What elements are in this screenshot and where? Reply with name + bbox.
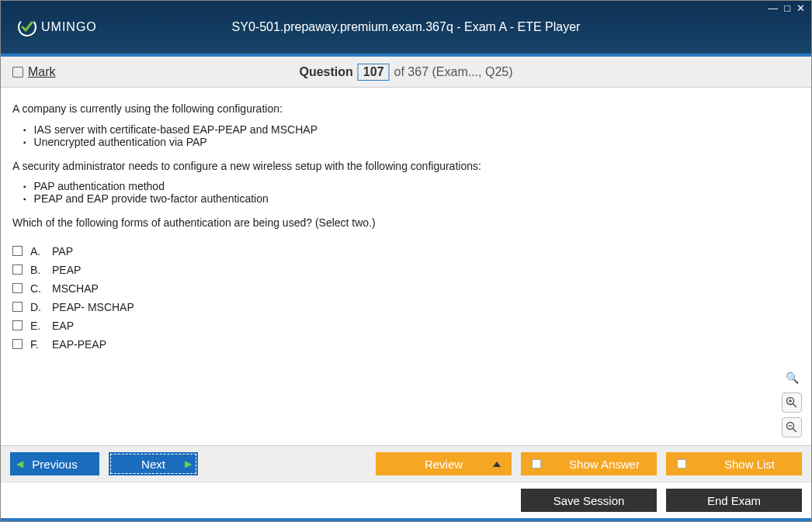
bullet: Unencrypted authentication via PAP	[23, 136, 800, 148]
answer-letter: B.	[30, 264, 44, 276]
end-exam-button[interactable]: End Exam	[666, 489, 802, 512]
page-title: SY0-501.prepaway.premium.exam.367q - Exa…	[232, 20, 581, 34]
button-label: Show List	[697, 458, 802, 471]
previous-button[interactable]: ◀Previous	[10, 452, 99, 475]
header: UMINGO SY0-501.prepaway.premium.exam.367…	[1, 1, 811, 54]
search-icon[interactable]: 🔍	[782, 368, 802, 388]
triangle-up-icon	[493, 462, 501, 467]
button-label: Show Answer	[552, 458, 657, 471]
bullet-list-1: IAS server with certificate-based EAP-PE…	[23, 123, 800, 148]
mark-label[interactable]: Mark	[28, 65, 56, 79]
logo-text: UMINGO	[41, 20, 97, 34]
answer-text: PEAP	[52, 264, 81, 276]
para-1: A company is currently using the followi…	[12, 102, 800, 117]
chevron-right-icon: ▶	[185, 458, 192, 469]
bullet: PEAP and EAP provide two-factor authenti…	[23, 192, 800, 205]
para-2: A security administrator needs to config…	[12, 159, 800, 175]
answer-letter: C.	[30, 282, 44, 295]
answer-option[interactable]: B.PEAP	[12, 261, 800, 279]
answer-option[interactable]: E.EAP	[12, 316, 800, 335]
show-list-button[interactable]: Show List	[666, 452, 802, 475]
show-list-checkbox[interactable]	[677, 459, 686, 468]
bullet: PAP authentication method	[23, 180, 800, 192]
zoom-in-icon[interactable]	[782, 392, 802, 413]
button-label: Previous	[32, 458, 77, 471]
answers: A.PAP B.PEAP C.MSCHAP D.PEAP- MSCHAP E.E…	[12, 242, 800, 354]
divider	[1, 518, 811, 521]
question-bar: Mark Question 107 of 367 (Exam..., Q25)	[1, 57, 811, 88]
question-total: of 367 (Exam..., Q25)	[394, 65, 513, 79]
svg-line-6	[793, 429, 797, 433]
zoom-out-icon[interactable]	[782, 417, 802, 437]
minimize-icon[interactable]: —	[766, 2, 779, 14]
next-button[interactable]: Next▶	[109, 452, 198, 475]
answer-checkbox[interactable]	[12, 264, 23, 275]
answer-text: MSCHAP	[52, 282, 99, 295]
bullet: IAS server with certificate-based EAP-PE…	[23, 123, 800, 136]
logo: UMINGO	[16, 16, 97, 38]
button-label: Review	[425, 458, 463, 471]
mark-toggle[interactable]: Mark	[12, 65, 56, 79]
button-label: End Exam	[707, 494, 761, 507]
close-icon[interactable]: ✕	[795, 2, 807, 14]
answer-checkbox[interactable]	[12, 302, 23, 312]
answer-text: PEAP- MSCHAP	[52, 301, 134, 313]
zoom-tools: 🔍	[782, 368, 802, 437]
bullet-list-2: PAP authentication method PEAP and EAP p…	[23, 180, 800, 205]
button-label: Save Session	[553, 494, 625, 507]
show-answer-checkbox[interactable]	[532, 459, 541, 468]
answer-checkbox[interactable]	[12, 339, 23, 349]
question-number: 107	[358, 64, 390, 81]
answer-checkbox[interactable]	[12, 283, 23, 293]
mark-checkbox[interactable]	[12, 67, 23, 78]
show-answer-button[interactable]: Show Answer	[521, 452, 657, 475]
toolbar-primary: ◀Previous Next▶ Review Show Answer Show …	[1, 445, 811, 482]
answer-text: EAP	[52, 320, 74, 332]
answer-letter: F.	[30, 338, 44, 351]
content-area: A company is currently using the followi…	[1, 88, 811, 445]
answer-letter: E.	[30, 320, 44, 332]
question-indicator: Question 107 of 367 (Exam..., Q25)	[300, 64, 513, 81]
answer-option[interactable]: D.PEAP- MSCHAP	[12, 298, 800, 316]
save-session-button[interactable]: Save Session	[521, 489, 657, 512]
review-button[interactable]: Review	[376, 452, 512, 475]
toolbar-secondary: Save Session End Exam	[1, 482, 811, 518]
question-word: Question	[300, 65, 353, 79]
answer-checkbox[interactable]	[12, 246, 23, 256]
answer-option[interactable]: C.MSCHAP	[12, 279, 800, 298]
chevron-left-icon: ◀	[16, 458, 23, 469]
answer-letter: A.	[30, 245, 44, 258]
answer-option[interactable]: F.EAP-PEAP	[12, 335, 800, 354]
logo-icon	[16, 16, 38, 38]
svg-line-2	[793, 404, 797, 408]
window-controls: — □ ✕	[766, 2, 807, 14]
button-label: Next	[141, 458, 165, 471]
app-window: — □ ✕ UMINGO SY0-501.prepaway.premium.ex…	[0, 0, 812, 522]
maximize-icon[interactable]: □	[783, 2, 792, 14]
para-3: Which of the following forms of authenti…	[12, 216, 800, 231]
answer-letter: D.	[30, 301, 44, 313]
answer-text: EAP-PEAP	[52, 338, 106, 351]
answer-checkbox[interactable]	[12, 320, 23, 330]
answer-option[interactable]: A.PAP	[12, 242, 800, 261]
answer-text: PAP	[52, 245, 73, 258]
